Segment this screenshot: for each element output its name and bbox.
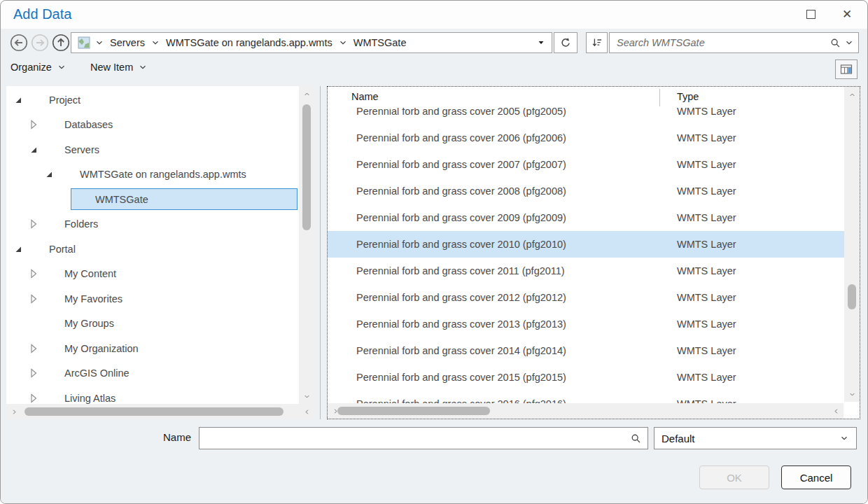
tree-item[interactable]: My Organization — [6, 336, 298, 361]
column-view-button[interactable] — [835, 59, 858, 79]
expander-icon[interactable] — [27, 367, 40, 379]
collapsed-arrow-icon[interactable] — [27, 118, 40, 131]
tree-item-content[interactable]: My Favorites — [40, 288, 298, 309]
list-row[interactable]: Perennial forb and grass cover 2006 (pfg… — [328, 125, 844, 151]
expander-icon[interactable] — [27, 267, 40, 280]
panel-splitter[interactable] — [320, 86, 321, 419]
cancel-button[interactable]: Cancel — [781, 465, 851, 489]
list-row[interactable]: Perennial forb and grass cover 2014 (pfg… — [328, 337, 844, 364]
tree-item[interactable]: WMTSGate — [6, 187, 298, 212]
scroll-left-icon[interactable] — [8, 405, 20, 418]
tree-item-content[interactable]: ArcGIS Online — [40, 363, 298, 384]
scroll-up-icon[interactable] — [300, 88, 313, 100]
tree-item[interactable]: Folders — [6, 212, 298, 237]
expanded-arrow-icon[interactable] — [43, 168, 55, 181]
expander-icon[interactable] — [27, 317, 40, 330]
chevron-down-icon[interactable] — [94, 38, 104, 48]
expanded-arrow-icon[interactable] — [12, 243, 24, 255]
tree-item-content[interactable]: My Organization — [40, 337, 298, 359]
sort-button[interactable] — [586, 32, 608, 53]
list-row[interactable]: Perennial forb and grass cover 2009 (pfg… — [328, 204, 844, 231]
collapsed-arrow-icon[interactable] — [27, 293, 40, 305]
expander-icon[interactable] — [27, 144, 40, 156]
tree-item[interactable]: My Content — [6, 262, 298, 287]
scrollbar-thumb[interactable] — [848, 284, 856, 309]
breadcrumb-segment-connection[interactable]: WMTSGate on rangelands.app.wmts — [164, 37, 335, 48]
expander-icon[interactable] — [43, 168, 55, 181]
organize-menu[interactable]: Organize — [10, 62, 66, 73]
list-row[interactable]: Perennial forb and grass cover 2013 (pfg… — [328, 311, 844, 337]
collapsed-arrow-icon[interactable] — [27, 367, 40, 379]
format-dropdown[interactable]: Default — [654, 427, 857, 449]
list-horizontal-scrollbar[interactable] — [328, 403, 844, 419]
scroll-right-icon[interactable] — [300, 405, 313, 418]
close-button[interactable]: ✕ — [831, 1, 863, 27]
tree-item-content[interactable]: My Content — [40, 263, 298, 285]
tree-item-content[interactable]: WMTSGate on rangelands.app.wmts — [55, 164, 298, 186]
tree-item-content[interactable]: Servers — [40, 139, 298, 160]
tree-horizontal-scrollbar[interactable] — [6, 404, 314, 419]
tree-item[interactable]: My Groups — [6, 312, 298, 337]
search-icon[interactable] — [830, 37, 841, 49]
collapsed-arrow-icon[interactable] — [27, 342, 40, 355]
maximize-button[interactable] — [794, 1, 827, 27]
collapsed-arrow-icon[interactable] — [27, 267, 40, 280]
up-button[interactable] — [51, 33, 71, 52]
breadcrumb[interactable]: Servers WMTSGate on rangelands.app.wmts … — [71, 32, 552, 53]
breadcrumb-segment-servers[interactable]: Servers — [108, 37, 147, 48]
refresh-button[interactable] — [554, 32, 578, 53]
tree-item[interactable]: Databases — [6, 113, 298, 138]
tree-item-content[interactable]: WMTSGate — [71, 188, 298, 210]
address-dropdown-icon[interactable] — [536, 38, 546, 48]
forward-button[interactable] — [30, 33, 50, 52]
expander-icon[interactable] — [27, 342, 40, 355]
scroll-right-icon[interactable] — [830, 405, 842, 417]
back-button[interactable] — [9, 33, 29, 52]
column-header-name[interactable]: Name — [351, 91, 379, 102]
new-item-menu[interactable]: New Item — [90, 62, 148, 73]
scroll-down-icon[interactable] — [846, 388, 858, 400]
expander-icon[interactable] — [12, 243, 24, 255]
breadcrumb-segment-current[interactable]: WMTSGate — [351, 37, 409, 48]
tree-item[interactable]: My Favorites — [6, 286, 298, 312]
expander-icon[interactable] — [27, 293, 40, 305]
list-row[interactable]: Perennial forb and grass cover 2011 (pfg… — [328, 258, 844, 284]
scrollbar-thumb[interactable] — [302, 104, 311, 230]
tree-item-content[interactable]: Portal — [24, 238, 298, 260]
expander-icon[interactable] — [12, 94, 24, 106]
scrollbar-thumb[interactable] — [337, 407, 490, 415]
list-vertical-scrollbar[interactable] — [844, 87, 860, 402]
tree-item[interactable]: WMTSGate on rangelands.app.wmts — [6, 162, 298, 188]
scroll-up-icon[interactable] — [846, 88, 858, 101]
list-row[interactable]: Perennial forb and grass cover 2015 (pfg… — [328, 364, 844, 391]
collapsed-arrow-icon[interactable] — [27, 218, 40, 230]
tree-vertical-scrollbar[interactable] — [299, 86, 314, 404]
list-row[interactable]: Perennial forb and grass cover 2008 (pfg… — [328, 178, 844, 204]
tree-item-content[interactable]: Databases — [40, 114, 298, 136]
search-chevron-icon[interactable] — [844, 38, 854, 48]
column-separator[interactable] — [659, 89, 660, 106]
scroll-down-icon[interactable] — [300, 390, 313, 402]
chevron-down-icon[interactable] — [338, 38, 348, 48]
search-input[interactable] — [617, 37, 827, 48]
expander-icon[interactable] — [27, 118, 40, 131]
tree-item[interactable]: Servers — [6, 137, 298, 162]
ok-button[interactable]: OK — [699, 465, 769, 489]
tree-item-content[interactable]: Folders — [40, 214, 298, 235]
expanded-arrow-icon[interactable] — [12, 94, 24, 106]
expander-icon[interactable] — [27, 392, 40, 405]
tree-item-content[interactable]: My Groups — [40, 313, 298, 335]
list-row[interactable]: Perennial forb and grass cover 2005 (pfg… — [328, 108, 844, 125]
name-field[interactable] — [205, 433, 630, 444]
expander-icon[interactable] — [27, 218, 40, 230]
list-row[interactable]: Perennial forb and grass cover 2007 (pfg… — [328, 151, 844, 178]
scrollbar-thumb[interactable] — [24, 407, 284, 416]
tree-item[interactable]: Portal — [6, 237, 298, 262]
tree-item-content[interactable]: Project — [24, 89, 298, 111]
expander-icon[interactable] — [58, 193, 71, 206]
chevron-down-icon[interactable] — [150, 38, 160, 48]
tree-item[interactable]: Project — [6, 88, 298, 113]
list-row[interactable]: Perennial forb and grass cover 2010 (pfg… — [328, 231, 844, 258]
expanded-arrow-icon[interactable] — [27, 144, 40, 156]
tree-item[interactable]: ArcGIS Online — [6, 361, 298, 386]
